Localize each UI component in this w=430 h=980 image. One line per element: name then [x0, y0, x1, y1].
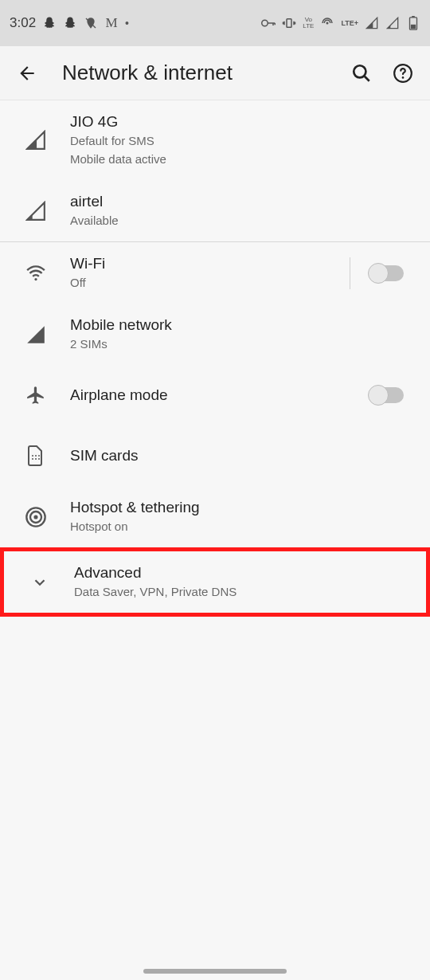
wifi-switch[interactable]: [369, 265, 404, 281]
dot-icon: •: [125, 17, 129, 29]
svg-point-18: [33, 515, 37, 519]
gmail-icon: M: [104, 16, 119, 30]
mobile-title: Mobile network: [70, 316, 414, 334]
wifi-sub: Off: [70, 274, 342, 291]
svg-point-7: [354, 65, 366, 77]
hotspot-sub: Hotspot on: [70, 518, 414, 535]
signal-icon: [385, 16, 400, 30]
back-button[interactable]: [11, 57, 43, 89]
app-bar: Network & internet: [0, 46, 430, 100]
mobile-sub: 2 SIMs: [70, 335, 414, 352]
signal-icon: [16, 130, 56, 151]
mobile-network-item[interactable]: Mobile network 2 SIMs: [0, 304, 430, 365]
battery-icon: [406, 16, 420, 30]
svg-point-11: [34, 277, 37, 280]
wifi-title: Wi-Fi: [70, 255, 342, 272]
sim1-item[interactable]: JIO 4G Default for SMS Mobile data activ…: [0, 100, 430, 180]
svg-point-13: [35, 455, 37, 457]
snapchat-icon: [63, 16, 77, 30]
svg-point-16: [38, 458, 40, 460]
sim1-sub2: Mobile data active: [70, 151, 414, 167]
status-time: 3:02: [10, 15, 36, 31]
svg-rect-2: [287, 19, 291, 28]
svg-line-8: [365, 76, 369, 80]
svg-point-17: [38, 455, 40, 457]
svg-point-15: [35, 458, 37, 460]
sim2-sub: Available: [70, 212, 414, 229]
airplane-switch[interactable]: [369, 387, 404, 403]
svg-point-12: [32, 455, 33, 457]
svg-point-1: [262, 20, 268, 26]
advanced-sub: Data Saver, VPN, Private DNS: [74, 583, 410, 600]
hotspot-icon: [320, 16, 334, 30]
volte-icon: Vo LTE: [303, 17, 314, 29]
signal-icon: [365, 16, 379, 30]
nav-handle[interactable]: [143, 969, 287, 974]
lte-icon: LTE+: [341, 19, 358, 27]
airplane-title: Airplane mode: [70, 386, 358, 404]
svg-rect-6: [411, 25, 416, 29]
airplane-item[interactable]: Airplane mode: [0, 365, 430, 425]
advanced-item[interactable]: Advanced Data Saver, VPN, Private DNS: [0, 547, 430, 617]
svg-rect-5: [412, 16, 415, 18]
simcards-item[interactable]: SIM cards: [0, 425, 430, 486]
help-button[interactable]: [387, 57, 419, 89]
wifi-item[interactable]: Wi-Fi Off: [0, 242, 430, 304]
vpn-key-icon: [261, 16, 276, 30]
advanced-title: Advanced: [74, 564, 410, 582]
signal-full-icon: [16, 324, 56, 345]
hotspot-icon: [16, 506, 56, 528]
sim2-title: airtel: [70, 193, 414, 210]
svg-point-10: [402, 76, 405, 79]
airplane-icon: [16, 385, 56, 406]
hotspot-item[interactable]: Hotspot & tethering Hotspot on: [0, 486, 430, 547]
sim-icon: [16, 445, 56, 467]
svg-point-3: [326, 22, 329, 25]
svg-point-14: [32, 458, 33, 460]
hotspot-title: Hotspot & tethering: [70, 499, 414, 516]
sim1-sub1: Default for SMS: [70, 132, 414, 149]
simcards-title: SIM cards: [70, 447, 414, 465]
sim1-title: JIO 4G: [70, 113, 414, 131]
location-off-icon: [84, 16, 98, 30]
status-bar: 3:02 M • Vo LTE LTE+: [0, 0, 430, 46]
wifi-icon: [16, 263, 56, 284]
divider: [350, 257, 350, 289]
sim2-item[interactable]: airtel Available: [0, 180, 430, 241]
signal-icon: [16, 201, 56, 221]
search-button[interactable]: [346, 57, 377, 89]
chevron-down-icon: [20, 574, 60, 591]
vibrate-icon: [282, 16, 296, 30]
page-title: Network & internet: [62, 61, 336, 85]
snapchat-icon: [42, 16, 57, 30]
